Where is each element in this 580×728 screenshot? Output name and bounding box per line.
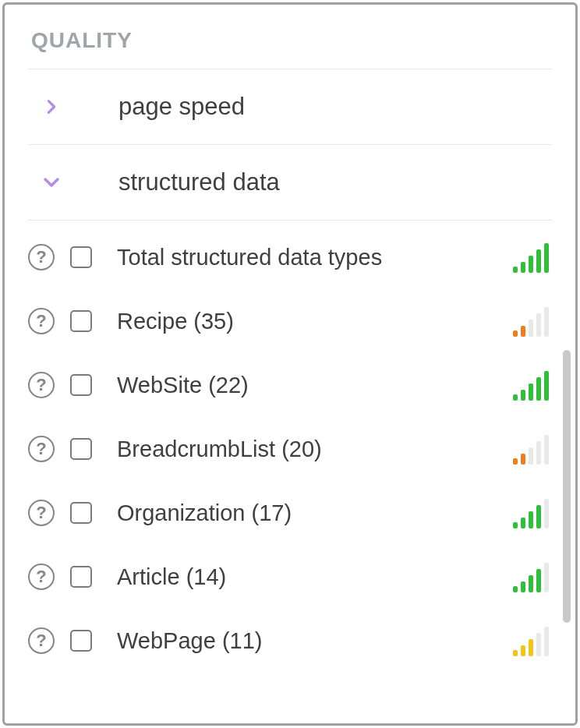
group-page-speed[interactable]: page speed (28, 69, 552, 144)
quality-panel: QUALITY page speed structured data ?Tota… (2, 2, 578, 726)
signal-icon (513, 242, 549, 273)
help-icon[interactable]: ? (28, 500, 55, 526)
checkbox[interactable] (70, 310, 92, 332)
list-item: ?WebSite (22) (28, 353, 552, 417)
help-icon[interactable]: ? (28, 244, 55, 270)
item-label: WebPage (11) (117, 628, 513, 654)
signal-icon (513, 561, 549, 592)
item-label: BreadcrumbList (20) (117, 436, 513, 462)
help-icon[interactable]: ? (28, 627, 55, 654)
scrollbar-track[interactable] (560, 5, 574, 723)
help-icon[interactable]: ? (28, 372, 55, 398)
scrollbar-thumb[interactable] (563, 350, 571, 623)
item-label: Organization (17) (117, 500, 513, 526)
checkbox[interactable] (70, 246, 92, 268)
signal-icon (513, 306, 549, 337)
list-item: ?Organization (17) (28, 481, 552, 545)
list-item: ?WebPage (11) (28, 609, 552, 673)
structured-data-items: ?Total structured data types?Recipe (35)… (28, 221, 552, 673)
signal-icon (513, 433, 549, 465)
item-label: Article (14) (117, 564, 513, 590)
checkbox[interactable] (70, 438, 92, 460)
signal-icon (513, 625, 549, 656)
item-label: Recipe (35) (117, 309, 513, 334)
chevron-right-icon (41, 96, 62, 118)
section-title: QUALITY (31, 28, 552, 53)
help-icon[interactable]: ? (28, 564, 55, 590)
group-label-page-speed: page speed (118, 93, 245, 121)
signal-icon (513, 369, 549, 401)
help-icon[interactable]: ? (28, 436, 55, 462)
list-item: ?Article (14) (28, 545, 552, 609)
help-icon[interactable]: ? (28, 308, 55, 334)
checkbox[interactable] (70, 630, 92, 652)
item-label: Total structured data types (117, 245, 513, 270)
item-label: WebSite (22) (117, 373, 513, 398)
checkbox[interactable] (70, 566, 92, 588)
signal-icon (513, 497, 549, 528)
list-item: ?Total structured data types (28, 225, 552, 289)
group-structured-data[interactable]: structured data (28, 145, 552, 220)
list-item: ?BreadcrumbList (20) (28, 417, 552, 481)
checkbox[interactable] (70, 374, 92, 396)
group-label-structured-data: structured data (118, 168, 280, 196)
list-item: ?Recipe (35) (28, 289, 552, 353)
checkbox[interactable] (70, 502, 92, 524)
chevron-down-icon (41, 171, 62, 193)
